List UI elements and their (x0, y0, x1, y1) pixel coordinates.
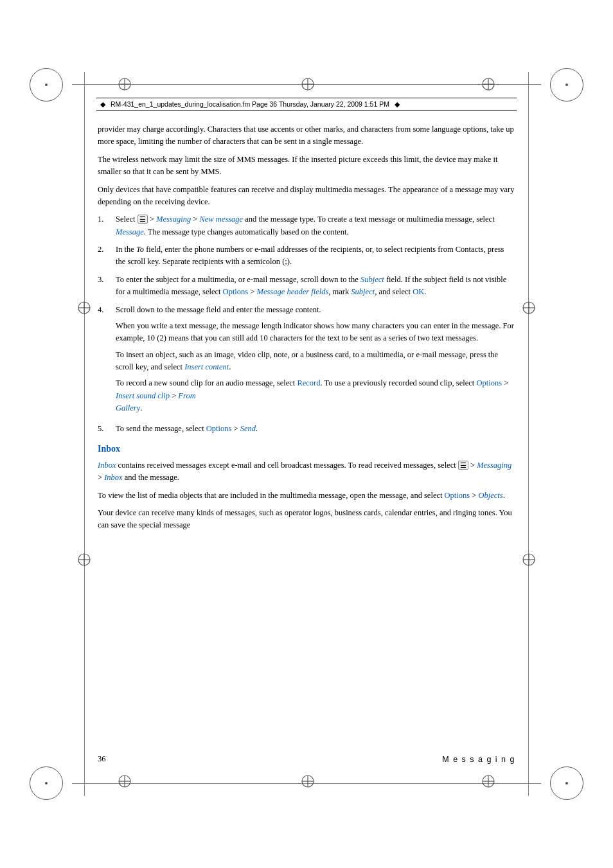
reg-mark-outer-br (550, 766, 583, 800)
trim-line-left (84, 72, 85, 796)
cross-mid-left (77, 301, 91, 317)
cross-mid-right (522, 301, 536, 317)
cross-bot-right (481, 774, 495, 791)
message-header-fields-link: Message header fields (257, 287, 329, 296)
cross-top-left (118, 77, 132, 94)
inbox-para-1: Inbox contains received messages except … (98, 459, 515, 484)
sub-paragraph-2: To insert an object, such as an image, v… (116, 349, 515, 374)
list-item-5: 5. To send the message, select Options >… (98, 423, 515, 435)
inbox-section: Inbox Inbox contains received messages e… (98, 444, 515, 532)
list-content-5: To send the message, select Options > Se… (116, 423, 515, 435)
options-link-1: Options (223, 287, 249, 296)
list-content-4: Scroll down to the message field and ent… (116, 304, 515, 418)
menu-icon-2: ☰ (458, 461, 468, 470)
paragraph-3: Only devices that have compatible featur… (98, 184, 515, 209)
from-link: From (178, 391, 195, 400)
sub-paragraph-1: When you write a text message, the messa… (116, 320, 515, 345)
menu-icon-1: ☰ (138, 215, 148, 224)
inbox-link: Inbox (98, 461, 116, 470)
footer-page-number: 36 (98, 754, 106, 764)
file-header-text: RM-431_en_1_updates_during_localisation.… (111, 100, 389, 108)
options-link-3: Options (206, 424, 232, 433)
file-header: ◆ RM-431_en_1_updates_during_localisatio… (96, 98, 517, 111)
trim-line-right (528, 72, 529, 796)
messaging-link-1: Messaging (156, 215, 191, 224)
inbox-title: Inbox (98, 444, 515, 454)
reg-mark-outer-tr (550, 68, 583, 102)
list-number-1: 1. (98, 213, 116, 238)
options-link-4: Options (445, 491, 470, 500)
list-number-4: 4. (98, 304, 116, 418)
paragraph-2: The wireless network may limit the size … (98, 154, 515, 179)
send-link: Send (240, 424, 256, 433)
inbox-para-2: To view the list of media objects that a… (98, 490, 515, 502)
reg-mark-outer-bl (30, 766, 63, 800)
footer: 36 M e s s a g i n g (98, 754, 515, 764)
file-header-diamond-left: ◆ (100, 100, 105, 108)
options-link-2: Options (476, 378, 502, 387)
record-link: Record (297, 378, 320, 387)
insert-content-link: Insert content (184, 362, 229, 371)
list-content-2: In the To field, enter the phone numbers… (116, 244, 515, 269)
objects-link: Objects (479, 491, 503, 500)
gallery-link: Gallery (116, 403, 140, 412)
cross-lower-right (522, 553, 536, 569)
list-item-3: 3. To enter the subject for a multimedia… (98, 274, 515, 299)
to-field-label: To (136, 245, 144, 254)
list-content-3: To enter the subject for a multimedia, o… (116, 274, 515, 299)
reg-mark-outer-tl (30, 68, 63, 102)
list-content-1: Select ☰ > Messaging > New message and t… (116, 213, 515, 238)
cross-top-center (301, 77, 315, 94)
footer-section-name: M e s s a g i n g (442, 755, 515, 764)
list-item-2: 2. In the To field, enter the phone numb… (98, 244, 515, 269)
sub-paragraph-3: To record a new sound clip for an audio … (116, 377, 515, 414)
inbox-para-3: Your device can receive many kinds of me… (98, 507, 515, 532)
message-link: Message (116, 227, 144, 236)
list-item-4: 4. Scroll down to the message field and … (98, 304, 515, 418)
list-item-1: 1. Select ☰ > Messaging > New message an… (98, 213, 515, 238)
cross-lower-left (77, 553, 91, 569)
cross-bot-center (301, 774, 315, 791)
subject-mark-link: Subject (351, 287, 375, 296)
cross-top-right (481, 77, 495, 94)
page: ◆ RM-431_en_1_updates_during_localisatio… (0, 0, 613, 868)
main-content: provider may charge accordingly. Charact… (98, 123, 515, 746)
cross-bot-left (118, 774, 132, 791)
insert-sound-clip-link: Insert sound clip (116, 391, 170, 400)
subject-link: Subject (360, 275, 384, 284)
new-message-link: New message (199, 215, 243, 224)
list-number-2: 2. (98, 244, 116, 269)
inbox-nav-link: Inbox (104, 473, 122, 482)
list-number-3: 3. (98, 274, 116, 299)
messaging-link-2: Messaging (477, 461, 511, 470)
paragraph-1: provider may charge accordingly. Charact… (98, 123, 515, 148)
list-number-5: 5. (98, 423, 116, 435)
file-header-diamond-right: ◆ (395, 100, 400, 108)
ok-link: OK (413, 287, 424, 296)
